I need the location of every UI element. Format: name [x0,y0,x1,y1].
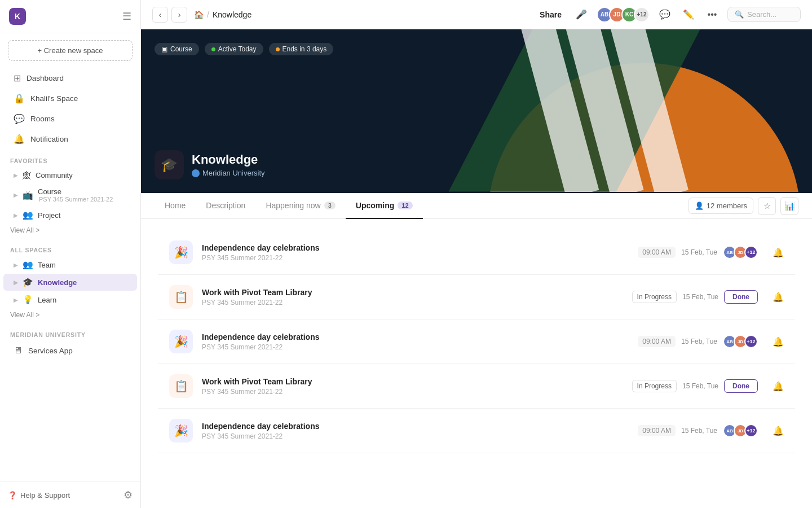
badge-course: ▣ Course [155,43,199,55]
settings-icon[interactable]: ⚙ [123,489,133,501]
chevron-icon: ▶ [14,192,18,198]
mic-button[interactable]: 🎤 [573,6,590,23]
event-card: 🎉 Independence day celebrations PSY 345 … [158,230,795,275]
event-meta: 09:00 AM 15 Feb, Tue AB JD +12 [638,424,758,437]
topbar-nav: ‹ › [152,7,187,23]
tab-description[interactable]: Description [196,193,255,219]
event-card: 📋 Work with Pivot Team Library PSY 345 S… [158,275,795,319]
event-main: Independence day celebrations PSY 345 Su… [202,422,629,440]
ends-dot [276,47,280,51]
bell-icon[interactable]: 🔔 [773,336,784,347]
course-icon: 📺 [23,190,33,200]
help-support-button[interactable]: ❓ Help & Support [8,491,70,500]
sidebar-space-learn[interactable]: ▶💡Learn [3,291,137,308]
event-main: Independence day celebrations PSY 345 Su… [202,243,629,262]
sidebar-spaces: ▶👥Team▶🎓Knowledge▶💡Learn [0,256,140,309]
done-button[interactable]: Done [724,290,758,304]
view-all-favorites[interactable]: View All > [0,224,140,239]
menu-icon[interactable]: ☰ [122,10,131,23]
event-card: 🎉 Independence day celebrations PSY 345 … [158,319,795,364]
event-sub: PSY 345 Summer 2021-22 [202,254,629,262]
bell-icon[interactable]: 🔔 [773,292,784,303]
chart-button[interactable]: 📊 [780,197,798,215]
hero-badges: ▣ Course Active Today Ends in 3 days [155,43,333,55]
event-title: Independence day celebrations [202,422,629,431]
active-dot [211,47,215,51]
event-sub: PSY 345 Summer 2021-22 [202,388,623,396]
event-card: 📋 Work with Pivot Team Library PSY 345 S… [158,364,795,409]
event-card: 🎉 Independence day celebrations PSY 345 … [158,409,795,453]
sidebar-item-label: Notification [30,135,68,143]
ev-avatar-count: +12 [744,246,758,259]
ev-avatar-count: +12 [744,335,758,348]
event-date: 15 Feb, Tue [682,293,718,301]
more-button[interactable]: ••• [704,6,721,23]
sidebar-space-team[interactable]: ▶👥Team [3,256,137,273]
khalils-space-icon: 🔒 [14,93,25,104]
breadcrumb: 🏠 / Knowledge [194,10,251,19]
ev-avatar-count: +12 [744,424,758,437]
sidebar-item-label: Dashboard [27,74,64,82]
hero-banner: ▣ Course Active Today Ends in 3 days 🎓 K… [141,29,812,193]
members-button[interactable]: 👤 12 members [689,198,753,214]
sidebar-fav-project[interactable]: ▶👥Project [3,207,137,224]
sidebar-fav-community[interactable]: ▶🕸Community [3,167,137,183]
tabs-bar: Home Description Happening now 3 Upcomin… [141,193,812,219]
sidebar-meridian-services-app[interactable]: 🖥Services App [3,341,137,360]
edit-button[interactable]: ✏️ [680,6,697,23]
bell-icon[interactable]: 🔔 [773,381,784,392]
event-date: 15 Feb, Tue [681,248,717,256]
share-button[interactable]: Share [535,10,566,19]
help-label: Help & Support [20,491,70,500]
event-icon-library: 📋 [169,285,193,309]
main-content: ‹ › 🏠 / Knowledge Share 🎤 AB JD KC +12 💬… [141,0,812,508]
sidebar-item-khalils-space[interactable]: 🔒Khalil's Space [3,89,137,108]
home-icon[interactable]: 🏠 [194,10,204,19]
sidebar-item-label: Khalil's Space [30,94,78,103]
tab-upcoming[interactable]: Upcoming 12 [346,193,423,219]
events-list: 🎉 Independence day celebrations PSY 345 … [141,219,812,465]
sidebar-item-rooms[interactable]: 💬Rooms [3,109,137,129]
breadcrumb-current: Knowledge [213,10,251,19]
search-bar[interactable]: 🔍 Search... [727,7,801,22]
dashboard-icon: ⊞ [14,73,21,84]
badge-course-icon: ▣ [161,45,167,53]
bell-icon[interactable]: 🔔 [773,426,784,436]
event-time: 09:00 AM [638,336,676,347]
tab-home[interactable]: Home [155,193,196,219]
done-button[interactable]: Done [724,379,758,393]
create-new-space-button[interactable]: + Create new space [8,40,133,61]
avatar-stack: AB JD KC +12 [597,7,650,23]
sidebar-header: K ☰ [0,0,140,33]
view-all-spaces[interactable]: View All > [0,309,140,323]
star-button[interactable]: ☆ [758,197,776,215]
sidebar-favorites: ▶🕸Community▶📺CoursePSY 345 Summer 2021-2… [0,167,140,224]
tab-happening[interactable]: Happening now 3 [255,193,345,219]
search-placeholder: Search... [747,10,776,19]
event-avatars: AB JD +12 [723,335,758,348]
breadcrumb-separator: / [207,10,209,19]
back-button[interactable]: ‹ [152,7,168,23]
event-meta: In Progress 15 Feb, Tue Done [632,379,758,393]
sidebar-fav-course[interactable]: ▶📺CoursePSY 345 Summer 2021-22 [3,184,137,206]
chat-button[interactable]: 💬 [656,6,673,23]
forward-button[interactable]: › [171,7,187,23]
event-sub: PSY 345 Summer 2021-22 [202,299,623,306]
chevron-icon: ▶ [14,279,18,286]
sidebar-item-dashboard[interactable]: ⊞Dashboard [3,68,137,88]
badge-active-today: Active Today [205,43,263,55]
event-main: Independence day celebrations PSY 345 Su… [202,332,629,351]
bell-icon[interactable]: 🔔 [773,247,784,258]
sidebar-item-notification[interactable]: 🔔Notification [3,129,137,149]
help-icon: ❓ [8,491,17,500]
sidebar-space-knowledge[interactable]: ▶🎓Knowledge [3,274,137,291]
sidebar-item-label: Rooms [30,115,55,123]
chevron-icon: ▶ [14,172,18,178]
sidebar-nav: ⊞Dashboard🔒Khalil's Space💬Rooms🔔Notifica… [0,68,140,150]
event-date: 15 Feb, Tue [682,382,718,390]
event-main: Work with Pivot Team Library PSY 345 Sum… [202,377,623,396]
event-title: Independence day celebrations [202,243,629,252]
event-status: In Progress [632,380,677,392]
search-icon: 🔍 [735,10,744,19]
badge-ends: Ends in 3 days [269,43,334,55]
